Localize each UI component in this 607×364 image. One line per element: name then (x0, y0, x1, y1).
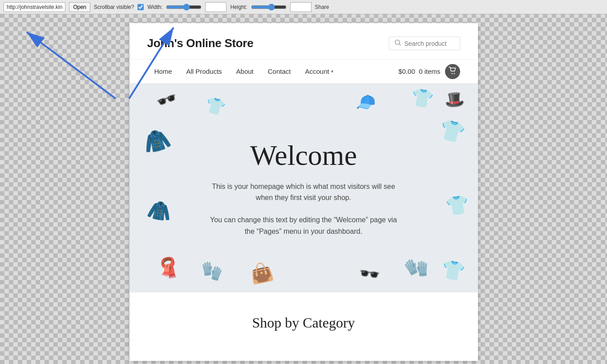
chevron-down-icon: ▾ (331, 69, 333, 74)
cart-button[interactable] (445, 64, 460, 79)
deco-beanie-1: 🧣 (154, 254, 182, 281)
cart-section: $0.00 0 items (398, 64, 460, 79)
width-input[interactable]: 783 (205, 2, 227, 12)
deco-shirt-2: 👕 (409, 86, 435, 111)
site-container: John's Online Store Home All Products Ab… (129, 23, 478, 361)
width-label: Width: (147, 4, 162, 10)
deco-hoodie-1: 🧥 (140, 125, 173, 157)
nav-contact[interactable]: Contact (261, 60, 298, 83)
nav-home[interactable]: Home (147, 60, 179, 83)
site-header: John's Online Store (129, 23, 478, 60)
deco-hat-1: 🎩 (444, 89, 465, 110)
deco-tshirt-1: 👕 (444, 193, 470, 218)
shop-category-title: Shop by Category (147, 315, 460, 331)
hero-banner: 🕶️ 👕 🧢 👕 🎩 🧥 🧥 👕 👕 🧣 🧤 👜 🕶️ 🧤 👕 Welcome … (129, 84, 478, 292)
deco-belt-1: 👜 (247, 260, 275, 286)
search-icon (395, 40, 401, 47)
hero-text-1: This is your homepage which is what most… (210, 181, 397, 204)
search-input[interactable] (405, 40, 454, 47)
scrollbar-checkbox[interactable] (138, 4, 144, 10)
deco-polo-1: 👕 (436, 116, 467, 146)
nav-all-products[interactable]: All Products (179, 60, 229, 83)
cart-icon (449, 67, 457, 76)
nav-about[interactable]: About (229, 60, 261, 83)
share-button[interactable]: Share (315, 4, 329, 10)
page-wrapper: John's Online Store Home All Products Ab… (0, 14, 607, 364)
nav-account[interactable]: Account ▾ (298, 60, 340, 83)
height-slider[interactable] (251, 4, 287, 11)
hero-text-2: You can change this text by editing the … (210, 214, 397, 237)
svg-line-5 (399, 44, 401, 45)
height-label: Height: (230, 4, 247, 10)
url-bar[interactable]: http://johnstravelsite.kin (4, 2, 65, 12)
deco-shirt-1: 👕 (203, 95, 227, 118)
open-button[interactable]: Open (69, 2, 90, 12)
nav-links: Home All Products About Contact Account … (147, 60, 340, 83)
deco-glove-1: 🧤 (402, 253, 432, 282)
hero-title: Welcome (250, 139, 357, 172)
scrollbar-label: Scrollbar visible? (94, 4, 134, 10)
height-input[interactable]: 1120 (290, 2, 312, 12)
deco-glasses-1: 🕶️ (153, 87, 179, 112)
site-nav: Home All Products About Contact Account … (129, 60, 478, 84)
browser-toolbar: http://johnstravelsite.kin Open Scrollba… (0, 0, 607, 14)
cart-total: $0.00 0 items (398, 68, 440, 75)
site-title: John's Online Store (147, 36, 254, 50)
svg-point-7 (453, 73, 454, 74)
shop-category-section: Shop by Category (129, 292, 478, 344)
deco-cap-1: 🧢 (353, 91, 377, 113)
svg-point-6 (451, 73, 452, 74)
deco-jacket-1: 🧥 (145, 197, 173, 224)
deco-glasses-2: 🕶️ (358, 263, 381, 285)
width-slider[interactable] (166, 4, 202, 11)
search-box[interactable] (389, 36, 460, 50)
deco-shirt-3: 👕 (440, 258, 466, 283)
deco-jacket-2: 🧤 (200, 260, 224, 282)
